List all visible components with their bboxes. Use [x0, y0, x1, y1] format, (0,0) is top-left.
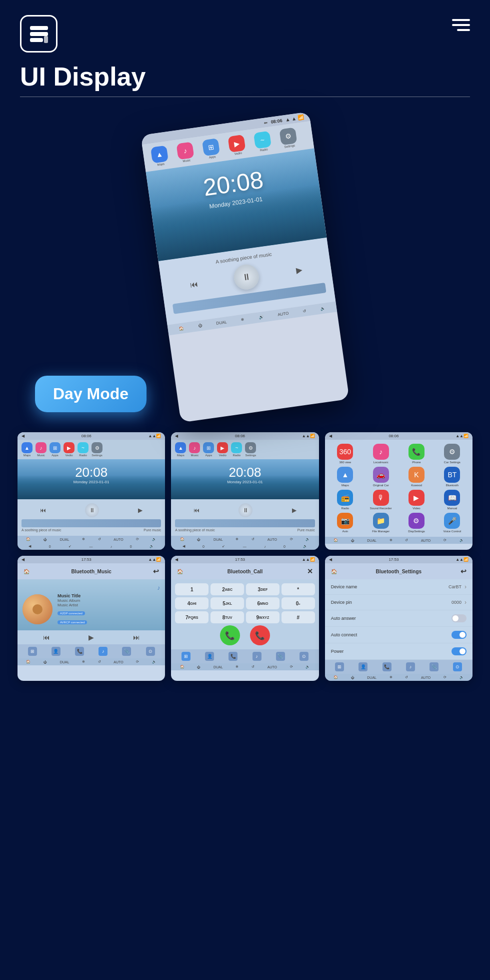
next-button[interactable]: ▶ [290, 261, 308, 278]
app-car-settings[interactable]: ⚙ Car Settings [436, 444, 468, 464]
btc-icon5[interactable]: 📎 [276, 652, 285, 661]
btm-play[interactable]: ▶ [88, 633, 94, 641]
card1-prev[interactable]: ⏮ [40, 507, 46, 514]
bts-power-toggle[interactable] [452, 647, 466, 655]
dial-2[interactable]: 2 ABC [210, 583, 244, 595]
bottom-audio[interactable]: 🔊 [258, 315, 264, 320]
app-maps[interactable]: ▲ Maps [329, 467, 362, 487]
bts-icon1[interactable]: ⊞ [335, 662, 344, 671]
app-voice-control[interactable]: 🎤 Voice Control [436, 513, 468, 533]
dial-6[interactable]: 6 MNO [246, 597, 280, 609]
card1-play[interactable]: ⏸ [85, 503, 99, 517]
btm-icon6[interactable]: ⊙ [146, 647, 155, 656]
nav-apps[interactable]: ⊞ Apps [202, 138, 220, 160]
bts-icon5[interactable]: 📎 [430, 662, 438, 671]
card2-nav-music[interactable]: ♪ Music [189, 442, 200, 457]
btc-icon6[interactable]: ⊙ [300, 652, 308, 661]
card2-nav-vedio[interactable]: ▶ Vedio [217, 442, 228, 457]
btm-back[interactable]: ◀ [22, 557, 24, 562]
menu-button[interactable] [452, 19, 470, 31]
app-disp-settings[interactable]: ⚙ DispSettings [400, 513, 432, 533]
card2-back[interactable]: ◀ [175, 434, 178, 438]
btc-icon2[interactable]: 👤 [205, 652, 214, 661]
nav-settings[interactable]: ⚙ Settings [279, 127, 298, 149]
card1-nav-radio[interactable]: ~ Radio [78, 442, 88, 457]
dial-9[interactable]: 9 WXYZ [246, 611, 280, 623]
dial-0dash[interactable]: 0- [282, 597, 315, 609]
bts-back-btn[interactable]: ↩ [460, 567, 466, 575]
bts-icon2[interactable]: 👤 [358, 662, 368, 671]
card2-nav-radio[interactable]: ~ Radio [231, 442, 242, 457]
app-phone[interactable]: 📞 Phone [400, 444, 432, 464]
btm-next[interactable]: ⏭ [133, 633, 140, 641]
card1-back[interactable]: ◀ [22, 434, 24, 438]
bts-home[interactable]: 🏠 [331, 569, 337, 574]
app-avin[interactable]: 📷 Avin [329, 513, 362, 533]
dial-5[interactable]: 5 JKL [210, 597, 244, 609]
nav-maps[interactable]: ▲ Maps [150, 146, 169, 167]
bts-icon6[interactable]: ⊙ [453, 662, 462, 671]
card1-nav-music[interactable]: ♪ Music [36, 442, 46, 457]
dial-7[interactable]: 7 PQRS [175, 611, 208, 623]
nav-music[interactable]: ♪ Music [176, 142, 194, 163]
app-360view[interactable]: 360 360 view [329, 444, 362, 464]
card3-back[interactable]: ◀ [329, 434, 332, 438]
play-pause-button[interactable]: ⏸ [232, 263, 260, 291]
card1-nav-vedio[interactable]: ▶ Vedio [64, 442, 74, 457]
btc-icon1[interactable]: ⊞ [182, 652, 190, 661]
dial-4[interactable]: 4 GHI [175, 597, 208, 609]
btc-home[interactable]: 🏠 [177, 569, 183, 574]
btm-back-btn[interactable]: ↩ [153, 567, 159, 575]
btm-prev[interactable]: ⏮ [43, 633, 50, 641]
app-original-car[interactable]: 🚗 Original Car [364, 467, 397, 487]
btm-icon1[interactable]: ⊞ [28, 647, 37, 656]
dial-8[interactable]: 8 TUV [210, 611, 244, 623]
card2-prev[interactable]: ⏮ [194, 507, 200, 514]
btm-icon4[interactable]: ♪ [98, 647, 108, 656]
btc-close[interactable]: ✕ [307, 567, 313, 575]
app-video[interactable]: ▶ Video [400, 490, 432, 510]
bts-auto-answer-toggle[interactable] [452, 614, 466, 622]
card2-nav-settings[interactable]: ⚙ Settings [245, 442, 256, 457]
btc-icon3[interactable]: 📞 [228, 652, 238, 661]
app-manual[interactable]: 📖 Manual [436, 490, 468, 510]
dial-3[interactable]: 3 DEF [246, 583, 280, 595]
bottom-more[interactable]: ↺ [302, 309, 306, 314]
dial-hash[interactable]: # [282, 611, 315, 623]
card1-nav-apps[interactable]: ⊞ Apps [50, 442, 60, 457]
nav-vedio[interactable]: ▶ Vedio [228, 135, 246, 156]
card2-nav-apps[interactable]: ⊞ Apps [203, 442, 214, 457]
app-kuwood[interactable]: K Kuwood [400, 467, 432, 487]
card1-nav-maps[interactable]: ▲ Maps [22, 442, 32, 457]
card1-next[interactable]: ▶ [138, 507, 142, 514]
app-radio[interactable]: 📻 Radio [329, 490, 362, 510]
btc-back[interactable]: ◀ [175, 557, 178, 562]
bts-device-pin-chevron[interactable]: › [464, 599, 466, 606]
bottom-snowflake[interactable]: ❄ [240, 317, 244, 322]
card1-nav-settings[interactable]: ⚙ Settings [92, 442, 102, 457]
bts-device-name-chevron[interactable]: › [464, 583, 466, 590]
app-file-manager[interactable]: 📁 File Manager [364, 513, 397, 533]
btm-icon3[interactable]: 📞 [75, 647, 84, 656]
btm-icon2[interactable]: 👤 [52, 647, 60, 656]
bts-icon4[interactable]: ♪ [406, 662, 415, 671]
btm-home[interactable]: 🏠 [24, 569, 30, 574]
bottom-home[interactable]: 🏠 [178, 326, 184, 331]
btm-icon5[interactable]: 📎 [122, 647, 131, 656]
bottom-vol[interactable]: 🔈 [320, 306, 326, 311]
app-localmusic[interactable]: ♪ Localmusic [364, 444, 397, 464]
dial-1[interactable]: 1 [175, 583, 208, 595]
btc-icon4[interactable]: ♪ [252, 652, 262, 661]
bottom-power[interactable]: ⏻ [198, 323, 202, 328]
card2-play[interactable]: ⏸ [238, 503, 252, 517]
card2-nav-maps[interactable]: ▲ Maps [175, 442, 186, 457]
bts-back[interactable]: ◀ [329, 557, 332, 562]
bts-icon3[interactable]: 📞 [382, 662, 392, 671]
bts-auto-connect-toggle[interactable] [452, 631, 466, 639]
app-bluetooth[interactable]: BT Bluetooth [436, 467, 468, 487]
call-answer-button[interactable]: 📞 [220, 625, 240, 645]
dial-star[interactable]: * [282, 583, 315, 595]
card2-next[interactable]: ▶ [292, 507, 296, 514]
app-sound-recorder[interactable]: 🎙 Sound Recorder [364, 490, 397, 510]
call-hangup-button[interactable]: 📞 [250, 625, 270, 645]
